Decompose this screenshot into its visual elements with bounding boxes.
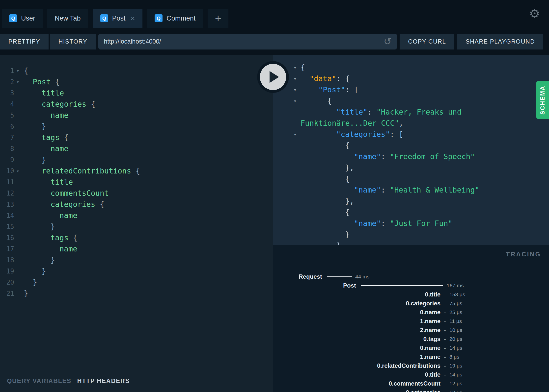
trace-dash: - <box>444 344 446 351</box>
editor-line: 1▾{ <box>0 65 273 76</box>
response-pane: ▾{▾"data": {▾"Post": [▾{"title": "Hacker… <box>273 55 549 392</box>
fold-arrow-icon[interactable]: ▾ <box>14 79 24 85</box>
tab-label: User <box>21 15 35 22</box>
response-line: }, <box>273 162 549 173</box>
trace-time: 153 μs <box>449 292 465 297</box>
line-number: 13 <box>0 201 14 208</box>
trace-row: 0.commentsCount-12 μs <box>273 379 549 388</box>
fold-arrow-icon[interactable]: ▾ <box>273 98 301 104</box>
history-button[interactable]: HISTORY <box>50 34 96 49</box>
editor-line: 20} <box>0 277 273 288</box>
tab-new-tab[interactable]: New Tab <box>47 9 88 28</box>
line-number: 15 <box>0 223 14 230</box>
fold-arrow-icon[interactable]: ▾ <box>14 68 24 74</box>
line-number: 8 <box>0 145 14 152</box>
trace-row: 0.name-25 μs <box>273 308 549 317</box>
query-badge-icon: Q <box>155 14 163 22</box>
response-line: ▾"data": { <box>273 73 549 84</box>
trace-label: 1.name <box>273 353 440 360</box>
execute-button[interactable] <box>257 61 289 93</box>
http-headers-tab[interactable]: HTTP HEADERS <box>77 377 130 385</box>
new-tab-button[interactable]: + <box>208 9 228 28</box>
reload-icon[interactable]: ↺ <box>384 37 391 46</box>
line-number: 3 <box>0 89 14 97</box>
line-number: 18 <box>0 256 14 264</box>
trace-dash: - <box>444 327 446 334</box>
line-number: 7 <box>0 134 14 141</box>
editor-line: 21} <box>0 288 273 299</box>
tab-label: New Tab <box>55 15 81 22</box>
tab-comment[interactable]: QComment <box>147 9 203 28</box>
trace-time: 10 μs <box>449 327 462 333</box>
tab-user[interactable]: QUser <box>2 9 43 28</box>
trace-label: 2.name <box>273 327 440 334</box>
trace-row: 0.categories-13 μs <box>273 388 549 392</box>
trace-dash: - <box>444 300 446 307</box>
line-number: 12 <box>0 190 14 197</box>
trace-duration-bar <box>361 285 443 286</box>
response-line: { <box>273 140 549 151</box>
trace-time: 20 μs <box>449 336 462 342</box>
trace-label: 0.title <box>273 291 440 298</box>
fold-arrow-icon[interactable]: ▾ <box>273 131 301 137</box>
line-number: 4 <box>0 100 14 108</box>
editor-line: 7tags { <box>0 132 273 143</box>
line-number: 5 <box>0 112 14 119</box>
fold-arrow-icon[interactable]: ▾ <box>14 168 24 174</box>
url-bar: ↺ <box>98 34 397 49</box>
trace-label: Post <box>273 282 356 289</box>
line-number: 19 <box>0 268 14 275</box>
editor-line: 17name <box>0 243 273 254</box>
trace-row: 0.name-14 μs <box>273 343 549 352</box>
editor-line: 11title <box>0 176 273 188</box>
toolbar: PRETTIFY HISTORY ↺ COPY CURL SHARE PLAYG… <box>0 28 549 55</box>
trace-label: 0.commentsCount <box>273 380 440 387</box>
play-icon <box>270 71 279 83</box>
trace-time: 11 μs <box>449 318 462 324</box>
trace-time: 25 μs <box>449 309 462 315</box>
trace-time: 14 μs <box>449 372 462 378</box>
editor-line: 15} <box>0 221 273 232</box>
prettify-button[interactable]: PRETTIFY <box>0 34 49 49</box>
trace-label: 1.name <box>273 318 440 325</box>
plus-icon: + <box>215 12 221 24</box>
editor-line: 19} <box>0 266 273 277</box>
settings-gear-icon[interactable]: ⚙ <box>529 6 540 21</box>
query-editor[interactable]: 1▾{2▾Post {3title4categories {5name6}7ta… <box>0 55 273 370</box>
copy-curl-button[interactable]: COPY CURL <box>400 34 454 49</box>
trace-dash: - <box>444 336 446 343</box>
trace-duration-bar <box>327 276 352 277</box>
trace-row: 1.name-11 μs <box>273 317 549 326</box>
trace-label: 0.tags <box>273 336 440 343</box>
line-number: 2 <box>0 78 14 86</box>
response-line: ▾"Post": [ <box>273 84 549 95</box>
close-tab-icon[interactable]: × <box>131 14 135 22</box>
trace-label: 0.categories <box>273 389 440 392</box>
response-line: }, <box>273 196 549 207</box>
editor-line: 10▾relatedContributions { <box>0 165 273 176</box>
tab-strip: QUserNew TabQPost×QComment <box>2 9 208 28</box>
trace-row: Request44 ms <box>273 272 549 281</box>
tab-label: Comment <box>166 15 195 22</box>
trace-time: 167 ms <box>447 283 464 289</box>
editor-footer: QUERY VARIABLES HTTP HEADERS <box>0 370 273 392</box>
line-number: 20 <box>0 279 14 286</box>
response-line: ▾"categories": [ <box>273 129 549 140</box>
query-badge-icon: Q <box>9 14 17 22</box>
tracing-title: TRACING <box>506 251 541 258</box>
editor-line: 18} <box>0 254 273 266</box>
trace-label: 0.relatedContributions <box>273 362 440 369</box>
url-input[interactable] <box>104 38 381 45</box>
trace-row: 1.name-8 μs <box>273 352 549 361</box>
response-line: { <box>273 207 549 218</box>
share-playground-button[interactable]: SHARE PLAYGROUND <box>457 34 543 49</box>
response-line: Funktionäre...Der CCC", <box>273 118 549 129</box>
trace-row: 0.title-14 μs <box>273 370 549 379</box>
tab-post[interactable]: QPost× <box>93 9 143 28</box>
line-number: 1 <box>0 67 14 74</box>
schema-tab[interactable]: SCHEMA <box>536 81 549 119</box>
response-line: "name": "Health & Wellbeing" <box>273 184 549 196</box>
query-variables-tab[interactable]: QUERY VARIABLES <box>7 377 71 385</box>
trace-label: 0.name <box>273 309 440 316</box>
trace-row: 0.relatedContributions-19 μs <box>273 361 549 370</box>
